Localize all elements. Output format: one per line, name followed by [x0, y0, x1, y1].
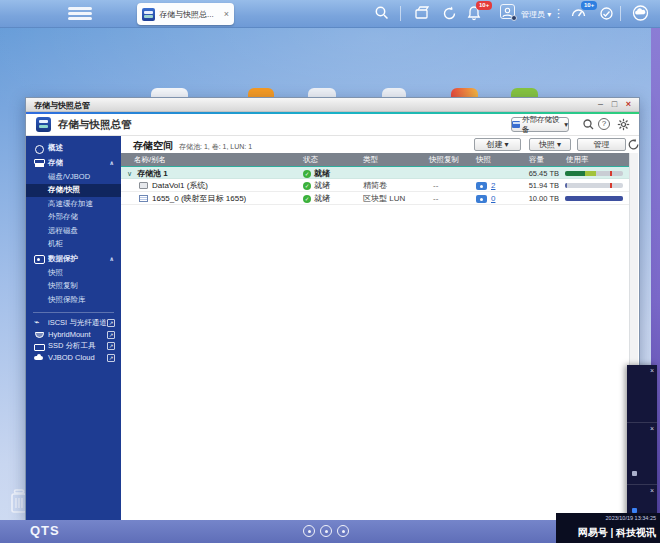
resource-monitor-icon[interactable] — [598, 5, 615, 22]
column-snapshots[interactable]: 快照 — [476, 153, 491, 166]
table-row-storage-pool[interactable]: ∨ 存储池 1 ✓ 就绪 65.45 TB — [121, 166, 629, 179]
toast-close-icon[interactable]: × — [650, 367, 654, 374]
column-name[interactable]: 名称/别名 — [134, 153, 166, 166]
refresh-icon[interactable] — [627, 138, 639, 151]
table-row-datavol1[interactable]: DataVol1 (系统) ✓ 就绪 精简卷 -- 2 51.94 TB — [121, 179, 629, 192]
data-protection-icon — [34, 254, 43, 263]
ssd-tool-icon — [34, 342, 43, 351]
window-search-icon[interactable] — [582, 118, 595, 131]
external-link-icon: ↗ — [107, 342, 115, 350]
myqnapcloud-icon[interactable] — [631, 4, 650, 22]
sidebar-item-snapshot-vault[interactable]: 快照保险库 — [26, 293, 121, 307]
create-button[interactable]: 创建 ▾ — [474, 138, 521, 151]
vjbod-cloud-icon — [34, 353, 43, 362]
column-type[interactable]: 类型 — [363, 153, 378, 166]
taskbar-tab-storage-snapshots[interactable]: 存储与快照总... × — [137, 3, 234, 25]
maximize-button[interactable]: □ — [608, 98, 621, 111]
chevron-up-icon: ∧ — [109, 159, 114, 166]
sidebar: 概述 存储 ∧ 磁盘/VJBOD 存储/快照 高速缓存加速 外部存储 远程磁盘 … — [26, 136, 121, 521]
sidebar-divider — [33, 312, 114, 313]
sidebar-item-remote-disk[interactable]: 远程磁盘 — [26, 224, 121, 238]
sidebar-link-vjbod-cloud[interactable]: VJBOD Cloud ↗ — [26, 352, 121, 364]
manage-button[interactable]: 管理 — [577, 138, 626, 151]
snapshot-count-link[interactable]: 0 — [491, 192, 495, 205]
snapshot-label: 快照 — [539, 140, 555, 149]
video-watermark: 2023/10/19 13:34:25 网易号 | 科技视讯 — [556, 513, 660, 543]
status-ok-icon: ✓ — [303, 182, 311, 190]
toast-close-icon[interactable]: × — [650, 425, 654, 432]
sidebar-item-overview[interactable]: 概述 — [26, 141, 121, 155]
replica-value: -- — [433, 192, 438, 205]
usage-bar — [565, 196, 623, 201]
background-tasks-icon[interactable] — [441, 5, 458, 22]
volume-name: DataVol1 (系统) — [152, 179, 208, 192]
sidebar-link-hybridmount[interactable]: HybridMount ↗ — [26, 329, 121, 341]
sidebar-link-label: iSCSI 与光纤通道 — [48, 318, 107, 328]
settings-gear-icon[interactable] — [617, 118, 630, 131]
external-link-icon: ↗ — [107, 354, 115, 362]
sidebar-group-storage[interactable]: 存储 ∧ — [26, 155, 121, 170]
iscsi-icon — [34, 319, 43, 328]
sidebar-group-data-protection[interactable]: 数据保护 ∧ — [26, 251, 121, 266]
widgets-icon[interactable] — [414, 5, 431, 22]
snapshot-count-link[interactable]: 2 — [491, 179, 495, 192]
volume-icon — [139, 182, 148, 189]
table-row-lun[interactable]: 1655_0 (映射至目标 1655) ✓ 就绪 区块型 LUN -- 0 10… — [121, 192, 629, 205]
user-name-label: 管理员 — [521, 10, 545, 19]
toast-card[interactable]: × — [627, 423, 657, 485]
status-ok-icon: ✓ — [303, 195, 311, 203]
sidebar-item-snapshots[interactable]: 快照 — [26, 266, 121, 280]
dock-shortcut-icon[interactable] — [337, 525, 349, 537]
lun-name: 1655_0 (映射至目标 1655) — [152, 192, 246, 205]
external-device-label: 外部存储设备 — [522, 115, 562, 135]
user-menu[interactable]: 管理员 ▾ — [521, 9, 551, 20]
minimize-button[interactable]: – — [594, 98, 607, 111]
tab-close-icon[interactable]: × — [224, 9, 229, 19]
dock-shortcut-icon[interactable] — [303, 525, 315, 537]
search-icon[interactable] — [374, 5, 390, 21]
window-titlebar[interactable]: 存储与快照总管 – □ × — [26, 98, 639, 112]
toast-card[interactable]: × — [627, 365, 657, 423]
sidebar-item-external-storage[interactable]: 外部存储 — [26, 211, 121, 225]
column-replica[interactable]: 快照复制 — [429, 153, 459, 166]
help-icon[interactable]: ? — [598, 118, 610, 130]
column-status[interactable]: 状态 — [303, 153, 318, 166]
sidebar-link-ssd-profiling[interactable]: SSD 分析工具 ↗ — [26, 341, 121, 353]
column-capacity[interactable]: 容量 — [529, 153, 544, 166]
snapshot-button[interactable]: 快照 ▾ — [529, 138, 571, 151]
notification-count-badge: 10+ — [476, 1, 492, 10]
main-menu-icon[interactable] — [68, 7, 92, 21]
column-usage[interactable]: 使用率 — [566, 153, 589, 166]
sidebar-item-enclosure[interactable]: 机柜 — [26, 238, 121, 252]
sidebar-item-snapshot-replica[interactable]: 快照复制 — [26, 280, 121, 294]
type-label: 精简卷 — [363, 179, 387, 192]
sidebar-item-storage-snapshots[interactable]: 存储/快照 — [26, 184, 121, 198]
sidebar-item-label: 快照 — [48, 268, 63, 278]
taskbar-divider — [400, 6, 401, 21]
usage-bar — [565, 171, 623, 176]
close-button[interactable]: × — [622, 98, 635, 111]
window-header: 存储与快照总管 外部存储设备 ▾ ? — [26, 114, 639, 136]
sidebar-item-cache-acceleration[interactable]: 高速缓存加速 — [26, 197, 121, 211]
external-device-button[interactable]: 外部存储设备 ▾ — [511, 117, 569, 132]
sidebar-link-iscsi-fc[interactable]: iSCSI 与光纤通道 ↗ — [26, 318, 121, 330]
taskbar: 存储与快照总... × 10+ 管理员 — [0, 0, 660, 28]
dock-shortcut-icon[interactable] — [320, 525, 332, 537]
sidebar-group-label: 数据保护 — [48, 254, 78, 264]
lun-icon — [139, 195, 148, 202]
external-link-icon: ↗ — [107, 331, 115, 339]
qts-logo: QTS — [30, 523, 60, 538]
toast-close-icon[interactable]: × — [650, 487, 654, 494]
user-caret-icon: ▾ — [547, 10, 551, 19]
watermark-brand: 网易号 | 科技视讯 — [578, 526, 656, 540]
sidebar-item-label: 存储/快照 — [48, 185, 80, 195]
chevron-up-icon: ∧ — [109, 255, 114, 262]
tab-label: 存储与快照总... — [159, 9, 221, 20]
drive-icon — [512, 121, 520, 128]
storage-app-icon — [36, 117, 51, 132]
more-options-icon[interactable]: ⋮ — [553, 5, 564, 21]
sidebar-item-label: 机柜 — [48, 239, 63, 249]
sidebar-item-label: 磁盘/VJBOD — [48, 172, 90, 182]
sidebar-item-disks-vjbod[interactable]: 磁盘/VJBOD — [26, 170, 121, 184]
section-title: 存储空间 — [133, 139, 173, 153]
